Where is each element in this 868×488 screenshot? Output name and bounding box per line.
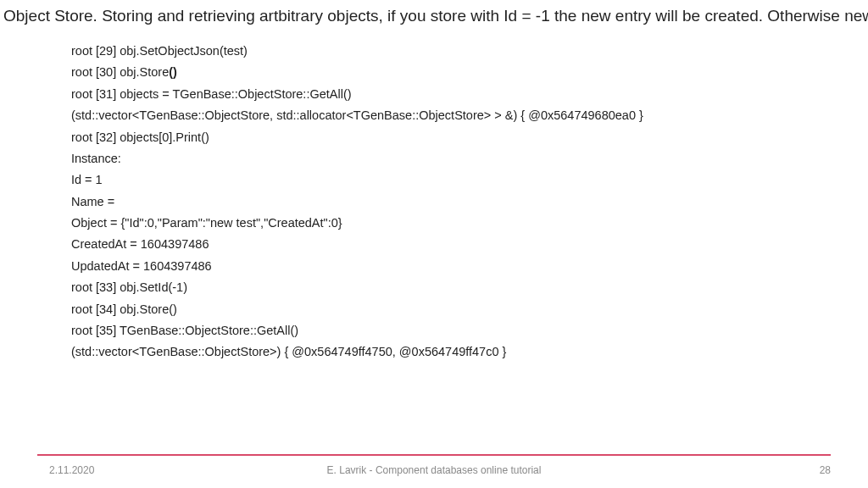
code-line: root [35] TGenBase::ObjectStore::GetAll(… — [71, 320, 868, 341]
code-line: root [29] obj.SetObjectJson(test) — [71, 41, 868, 62]
code-line: Object = {"Id":0,"Param":"new test","Cre… — [71, 213, 868, 234]
divider — [37, 454, 831, 456]
code-line: root [30] obj.Store() — [71, 62, 868, 83]
footer-center: E. Lavrik - Component databases online t… — [0, 464, 868, 476]
footer: 2.11.2020 E. Lavrik - Component database… — [0, 461, 868, 480]
code-line: Name = — [71, 191, 868, 213]
code-line: (std::vector<TGenBase::ObjectStore, std:… — [71, 105, 868, 126]
code-line: root [31] objects = TGenBase::ObjectStor… — [71, 84, 868, 105]
code-line: UpdatedAt = 1604397486 — [71, 256, 868, 277]
code-line: Id = 1 — [71, 169, 868, 191]
footer-page: 28 — [820, 464, 831, 476]
code-text: root [30] obj.Store — [71, 65, 169, 79]
code-text-bold: () — [169, 65, 177, 79]
code-line: root [33] obj.SetId(-1) — [71, 277, 868, 298]
code-line: (std::vector<TGenBase::ObjectStore>) { @… — [71, 341, 868, 363]
code-line: CreatedAt = 1604397486 — [71, 234, 868, 255]
footer-date: 2.11.2020 — [49, 464, 94, 476]
code-line: Instance: — [71, 148, 868, 169]
code-line: root [34] obj.Store() — [71, 299, 868, 320]
code-block: root [29] obj.SetObjectJson(test) root [… — [0, 25, 868, 363]
slide-title: Object Store. Storing and retrieving art… — [0, 0, 868, 25]
code-line: root [32] objects[0].Print() — [71, 127, 868, 148]
